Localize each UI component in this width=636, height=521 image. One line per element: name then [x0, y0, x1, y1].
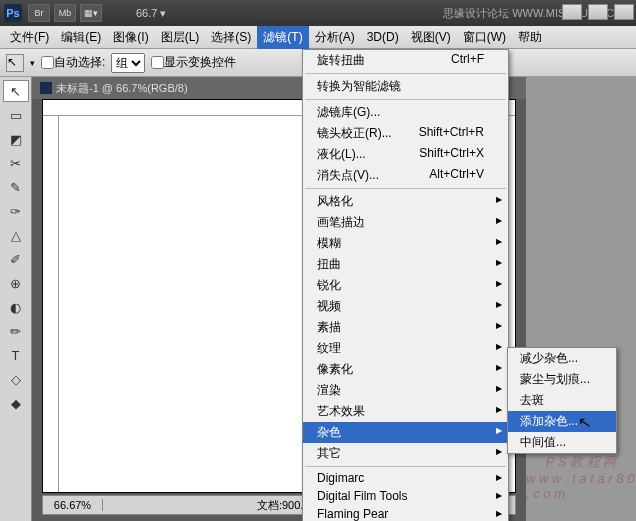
submenu-item[interactable]: 添加杂色...	[508, 411, 616, 432]
align-btn-1[interactable]	[562, 4, 582, 20]
text-tool[interactable]: T	[3, 344, 29, 366]
menu-help[interactable]: 帮助	[512, 26, 548, 49]
filter-item[interactable]: 扭曲	[303, 254, 508, 275]
menu-window[interactable]: 窗口(W)	[457, 26, 512, 49]
menubar: 文件(F) 编辑(E) 图像(I) 图层(L) 选择(S) 滤镜(T) 分析(A…	[0, 26, 636, 49]
filter-item[interactable]: 滤镜库(G)...	[303, 102, 508, 123]
filter-item[interactable]: 艺术效果	[303, 401, 508, 422]
crop-tool[interactable]: ✂	[3, 152, 29, 174]
filter-item[interactable]: 转换为智能滤镜	[303, 76, 508, 97]
filter-item[interactable]: 素描	[303, 317, 508, 338]
pen-tool[interactable]: ✏	[3, 320, 29, 342]
filter-item[interactable]: 画笔描边	[303, 212, 508, 233]
filter-item[interactable]: 旋转扭曲Ctrl+F	[303, 50, 508, 71]
auto-select-label: 自动选择:	[41, 54, 105, 71]
target-select[interactable]: 组	[111, 53, 145, 73]
titlebar: Ps Br Mb ▦▾ 66.7 ▾ 思缘设计论坛 WWW.MISSYUAN.C…	[0, 0, 636, 26]
path-tool[interactable]: ◇	[3, 368, 29, 390]
filter-item[interactable]: Digital Film Tools	[303, 487, 508, 505]
screen-mode-button[interactable]: ▦▾	[80, 4, 102, 22]
vertical-ruler	[43, 116, 59, 492]
menu-file[interactable]: 文件(F)	[4, 26, 55, 49]
align-buttons	[562, 4, 634, 20]
filter-item[interactable]: Flaming Pear	[303, 505, 508, 521]
lasso-tool[interactable]: ◩	[3, 128, 29, 150]
menu-image[interactable]: 图像(I)	[107, 26, 154, 49]
menu-analysis[interactable]: 分析(A)	[309, 26, 361, 49]
filter-item[interactable]: 模糊	[303, 233, 508, 254]
filter-item[interactable]: 风格化	[303, 191, 508, 212]
marquee-tool[interactable]: ▭	[3, 104, 29, 126]
filter-item[interactable]: 镜头校正(R)...Shift+Ctrl+R	[303, 123, 508, 144]
mb-button[interactable]: Mb	[54, 4, 76, 22]
menu-select[interactable]: 选择(S)	[205, 26, 257, 49]
align-btn-2[interactable]	[588, 4, 608, 20]
submenu-item[interactable]: 减少杂色...	[508, 348, 616, 369]
brush-tool[interactable]: ✑	[3, 200, 29, 222]
eraser-tool[interactable]: ✐	[3, 248, 29, 270]
eyedropper-tool[interactable]: ✎	[3, 176, 29, 198]
menu-edit[interactable]: 编辑(E)	[55, 26, 107, 49]
right-panel: P S 教 程 网 w w w . t a t a r 8 0 . c o m	[526, 77, 636, 521]
filter-item[interactable]: 纹理	[303, 338, 508, 359]
dodge-tool[interactable]: ◐	[3, 296, 29, 318]
filter-item[interactable]: 锐化	[303, 275, 508, 296]
watermark-1: P S 教 程 网	[546, 453, 616, 471]
bridge-button[interactable]: Br	[28, 4, 50, 22]
filter-item[interactable]: 渲染	[303, 380, 508, 401]
filter-item[interactable]: Digimarc	[303, 469, 508, 487]
current-tool-icon[interactable]: ↖	[6, 54, 24, 72]
submenu-item[interactable]: 中间值...	[508, 432, 616, 453]
menu-filter[interactable]: 滤镜(T)	[257, 26, 308, 49]
menu-layer[interactable]: 图层(L)	[155, 26, 206, 49]
filter-dropdown: 旋转扭曲Ctrl+F转换为智能滤镜滤镜库(G)...镜头校正(R)...Shif…	[302, 49, 509, 521]
show-transform-label: 显示变换控件	[151, 54, 236, 71]
align-btn-3[interactable]	[614, 4, 634, 20]
watermark-2: w w w . t a t a r 8 0 . c o m	[526, 471, 636, 501]
menu-3d[interactable]: 3D(D)	[361, 27, 405, 47]
auto-select-checkbox[interactable]	[41, 56, 54, 69]
filter-item[interactable]: 像素化	[303, 359, 508, 380]
submenu-item[interactable]: 蒙尘与划痕...	[508, 369, 616, 390]
zoom-display[interactable]: 66.7 ▾	[136, 7, 166, 20]
filter-item[interactable]: 消失点(V)...Alt+Ctrl+V	[303, 165, 508, 186]
shape-tool[interactable]: ◆	[3, 392, 29, 414]
submenu-item[interactable]: 去斑	[508, 390, 616, 411]
app-logo: Ps	[4, 4, 22, 22]
doc-icon	[40, 82, 52, 94]
gradient-tool[interactable]: ⊕	[3, 272, 29, 294]
toolbox: ↖ ▭ ◩ ✂ ✎ ✑ △ ✐ ⊕ ◐ ✏ T ◇ ◆	[0, 77, 32, 521]
zoom-percent[interactable]: 66.67%	[43, 499, 103, 511]
move-tool[interactable]: ↖	[3, 80, 29, 102]
filter-item[interactable]: 杂色	[303, 422, 508, 443]
menu-view[interactable]: 视图(V)	[405, 26, 457, 49]
filter-item[interactable]: 液化(L)...Shift+Ctrl+X	[303, 144, 508, 165]
filter-item[interactable]: 其它	[303, 443, 508, 464]
show-transform-checkbox[interactable]	[151, 56, 164, 69]
filter-item[interactable]: 视频	[303, 296, 508, 317]
noise-submenu: 减少杂色...蒙尘与划痕...去斑添加杂色...中间值...	[507, 347, 617, 454]
stamp-tool[interactable]: △	[3, 224, 29, 246]
